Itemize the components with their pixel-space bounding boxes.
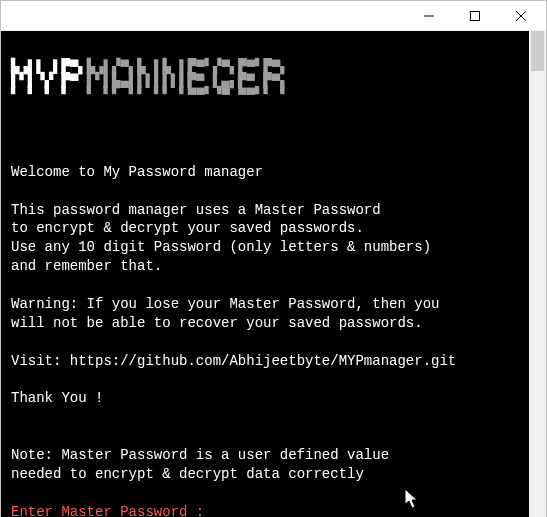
- minimize-button[interactable]: [406, 1, 452, 31]
- ascii-logo: ▙▗▌▌ ▌▛▀▖▙▗▌▞▀▖▙ ▌▙ ▌▛▀▘▞▀▖▛▀▘▛▀▖ ▌▘▌▝▞ …: [11, 60, 519, 102]
- welcome-line: Welcome to My Password manager: [11, 164, 263, 180]
- close-button[interactable]: [498, 1, 544, 31]
- ascii-light-row3: ▘ ▘▘ ▘▘ ▘▘ ▘▀▀▘▝▀ ▀▀▘▘ ▘: [87, 87, 289, 103]
- intro-line-2: to encrypt & decrypt your saved password…: [11, 220, 364, 236]
- ascii-bold-row3: ▘ ▘ ▘ ▘: [11, 87, 87, 103]
- intro-line-1: This password manager uses a Master Pass…: [11, 202, 381, 218]
- app-window: ▙▗▌▌ ▌▛▀▖▙▗▌▞▀▖▙ ▌▙ ▌▛▀▘▞▀▖▛▀▘▛▀▖ ▌▘▌▝▞ …: [0, 0, 547, 517]
- titlebar: [1, 1, 546, 31]
- vertical-scrollbar[interactable]: [529, 31, 546, 517]
- minimize-icon: [424, 11, 434, 21]
- warning-line-2: will not be able to recover your saved p…: [11, 315, 423, 331]
- maximize-icon: [470, 11, 480, 21]
- intro-line-4: and remember that.: [11, 258, 162, 274]
- terminal-client: ▙▗▌▌ ▌▛▀▖▙▗▌▞▀▖▙ ▌▙ ▌▛▀▘▞▀▖▛▀▘▛▀▖ ▌▘▌▝▞ …: [1, 31, 546, 517]
- terminal[interactable]: ▙▗▌▌ ▌▛▀▖▙▗▌▞▀▖▙ ▌▙ ▌▛▀▘▞▀▖▛▀▘▛▀▖ ▌▘▌▝▞ …: [1, 31, 529, 517]
- note-line-1: Note: Master Password is a user defined …: [11, 447, 389, 463]
- visit-line: Visit: https://github.com/Abhijeetbyte/M…: [11, 353, 456, 369]
- master-password-prompt: Enter Master Password :: [11, 504, 204, 517]
- close-icon: [516, 11, 526, 21]
- terminal-body: Welcome to My Password manager This pass…: [11, 163, 519, 517]
- note-line-2: needed to encrypt & decrypt data correct…: [11, 466, 364, 482]
- thank-line: Thank You !: [11, 390, 103, 406]
- svg-rect-1: [471, 11, 480, 20]
- intro-line-3: Use any 10 digit Password (only letters …: [11, 239, 431, 255]
- scrollbar-thumb[interactable]: [531, 31, 544, 71]
- warning-line-1: Warning: If you lose your Master Passwor…: [11, 296, 439, 312]
- maximize-button[interactable]: [452, 1, 498, 31]
